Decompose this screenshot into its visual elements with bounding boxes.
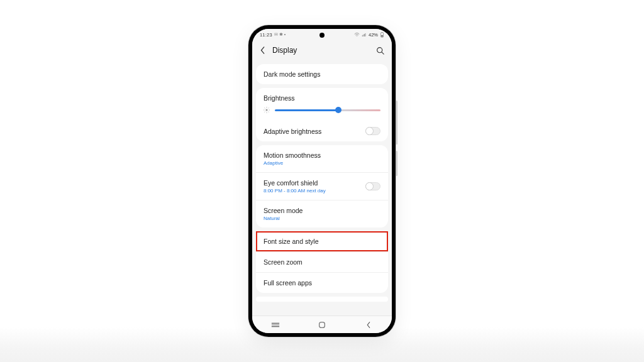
motion-sub: Adaptive [264, 160, 380, 166]
eye-comfort-toggle[interactable] [365, 182, 380, 190]
signal-icon [362, 33, 367, 37]
status-time: 11:23 [260, 32, 272, 38]
motion-label: Motion smoothness [264, 151, 380, 159]
svg-line-12 [264, 112, 265, 112]
dark-mode-label: Dark mode settings [264, 70, 320, 78]
nav-recents[interactable] [266, 322, 285, 328]
camera-notch [319, 33, 325, 38]
brightness-row: Brightness [256, 88, 388, 121]
font-label: Font size and style [264, 238, 319, 245]
sun-icon [264, 107, 270, 113]
zoom-label: Screen zoom [264, 258, 303, 266]
full-label: Full screen apps [264, 279, 312, 287]
font-size-style-row[interactable]: Font size and style [256, 231, 388, 251]
svg-line-11 [269, 112, 269, 112]
full-screen-apps-row[interactable]: Full screen apps [256, 272, 388, 293]
nav-home[interactable] [313, 321, 331, 329]
adaptive-brightness-toggle[interactable] [365, 127, 380, 135]
battery-icon [380, 32, 384, 38]
page-title: Display [272, 46, 375, 55]
slider-thumb[interactable] [335, 107, 341, 113]
brightness-slider[interactable] [275, 109, 380, 111]
svg-point-3 [377, 47, 382, 52]
svg-rect-2 [381, 35, 383, 36]
phone-screen: 11:23 ✉ ✱ • 42% Display [252, 29, 392, 333]
svg-line-4 [381, 52, 383, 53]
battery-pct: 42% [369, 32, 378, 38]
nav-bar [252, 315, 392, 333]
volume-button [396, 101, 397, 145]
adaptive-brightness-row[interactable]: Adaptive brightness [256, 121, 388, 141]
screen-mode-label: Screen mode [264, 207, 380, 214]
screen-mode-sub: Natural [264, 216, 380, 221]
eye-label: Eye comfort shield [264, 179, 365, 187]
nav-back[interactable] [359, 321, 378, 329]
status-notification-icons: ✉ ✱ • [274, 32, 286, 37]
svg-line-10 [264, 107, 265, 108]
phone-frame: 11:23 ✉ ✱ • 42% Display [248, 25, 396, 337]
settings-content[interactable]: Dark mode settings Brightness [252, 60, 392, 315]
eye-sub: 8:00 PM - 8:00 AM next day [264, 188, 365, 194]
screen-zoom-row[interactable]: Screen zoom [256, 251, 388, 272]
back-icon[interactable] [260, 47, 267, 54]
svg-line-13 [269, 107, 269, 108]
titlebar: Display [252, 40, 392, 60]
svg-rect-1 [382, 32, 383, 33]
search-icon[interactable] [375, 47, 384, 55]
brightness-label: Brightness [264, 94, 380, 102]
wifi-icon [354, 33, 360, 37]
screen-mode-row[interactable]: Screen mode Natural [256, 200, 388, 228]
svg-point-5 [265, 109, 267, 111]
svg-rect-17 [319, 322, 325, 327]
power-button [396, 151, 397, 176]
dark-mode-settings-row[interactable]: Dark mode settings [256, 64, 388, 84]
motion-smoothness-row[interactable]: Motion smoothness Adaptive [256, 145, 388, 172]
adaptive-brightness-label: Adaptive brightness [264, 128, 365, 135]
eye-comfort-row[interactable]: Eye comfort shield 8:00 PM - 8:00 AM nex… [256, 172, 388, 200]
